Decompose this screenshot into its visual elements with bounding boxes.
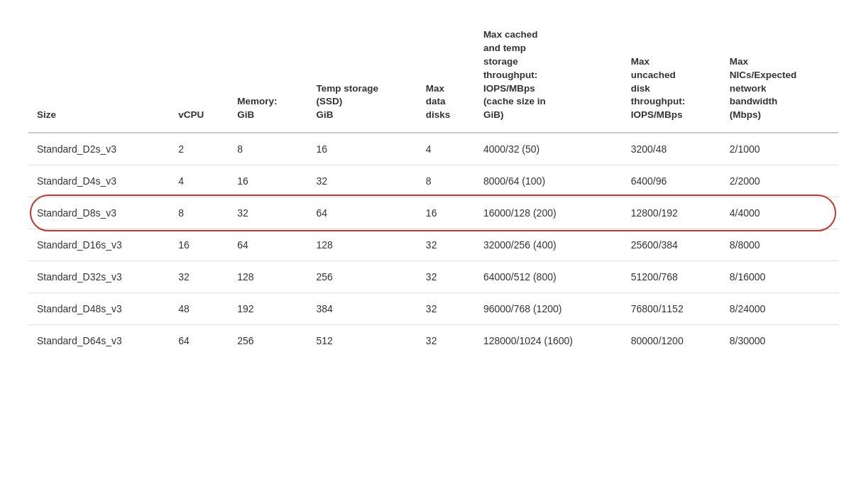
cell-vcpu: 48	[170, 293, 229, 325]
cell-vcpu: 4	[170, 165, 229, 197]
cell-memory: 64	[229, 229, 307, 261]
cell-max_uncached: 3200/48	[623, 133, 721, 165]
cell-temp_storage: 512	[307, 325, 417, 357]
cell-temp_storage: 32	[307, 165, 417, 197]
cell-temp_storage: 384	[307, 293, 417, 325]
cell-temp_storage: 64	[307, 197, 417, 229]
cell-max_data_disks: 32	[417, 293, 475, 325]
cell-size: Standard_D48s_v3	[28, 293, 170, 325]
cell-vcpu: 64	[170, 325, 229, 357]
cell-max_cached: 128000/1024 (1600)	[475, 325, 623, 357]
col-header-max-uncached: Maxuncacheddiskthroughput:IOPS/MBps	[623, 21, 721, 133]
col-header-max-nics: MaxNICs/Expectednetworkbandwidth(Mbps)	[721, 21, 838, 133]
cell-size: Standard_D8s_v3	[28, 197, 170, 229]
table-header-row: Size vCPU Memory:GiB Temp storage(SSD)Gi…	[28, 21, 838, 133]
cell-memory: 256	[229, 325, 307, 357]
table-row: Standard_D64s_v36425651232128000/1024 (1…	[28, 325, 838, 357]
cell-max_nics: 8/24000	[721, 293, 838, 325]
table-row: Standard_D32s_v3321282563264000/512 (800…	[28, 261, 838, 293]
cell-max_nics: 4/4000	[721, 197, 838, 229]
cell-memory: 128	[229, 261, 307, 293]
col-header-memory: Memory:GiB	[229, 21, 307, 133]
cell-vcpu: 32	[170, 261, 229, 293]
table-row: Standard_D8s_v3832641616000/128 (200)128…	[28, 197, 838, 229]
cell-size: Standard_D2s_v3	[28, 133, 170, 165]
cell-memory: 192	[229, 293, 307, 325]
col-header-max-cached: Max cachedand tempstoragethroughput:IOPS…	[475, 21, 623, 133]
cell-max_uncached: 51200/768	[623, 261, 721, 293]
cell-max_nics: 8/16000	[721, 261, 838, 293]
cell-max_cached: 96000/768 (1200)	[475, 293, 623, 325]
cell-max_uncached: 76800/1152	[623, 293, 721, 325]
col-header-vcpu: vCPU	[170, 21, 229, 133]
cell-vcpu: 2	[170, 133, 229, 165]
table-row: Standard_D2s_v3281644000/32 (50)3200/482…	[28, 133, 838, 165]
cell-max_data_disks: 16	[417, 197, 475, 229]
col-header-max-data-disks: Maxdatadisks	[417, 21, 475, 133]
cell-size: Standard_D64s_v3	[28, 325, 170, 357]
cell-temp_storage: 256	[307, 261, 417, 293]
cell-vcpu: 16	[170, 229, 229, 261]
cell-size: Standard_D16s_v3	[28, 229, 170, 261]
cell-max_data_disks: 4	[417, 133, 475, 165]
col-header-temp-storage: Temp storage(SSD)GiB	[307, 21, 417, 133]
cell-max_data_disks: 8	[417, 165, 475, 197]
cell-vcpu: 8	[170, 197, 229, 229]
cell-max_nics: 8/8000	[721, 229, 838, 261]
cell-max_data_disks: 32	[417, 261, 475, 293]
col-header-size: Size	[28, 21, 170, 133]
cell-max_nics: 2/2000	[721, 165, 838, 197]
cell-temp_storage: 128	[307, 229, 417, 261]
cell-max_uncached: 80000/1200	[623, 325, 721, 357]
cell-memory: 32	[229, 197, 307, 229]
table-row: Standard_D4s_v34163288000/64 (100)6400/9…	[28, 165, 838, 197]
cell-memory: 8	[229, 133, 307, 165]
cell-size: Standard_D32s_v3	[28, 261, 170, 293]
cell-max_data_disks: 32	[417, 229, 475, 261]
cell-temp_storage: 16	[307, 133, 417, 165]
cell-size: Standard_D4s_v3	[28, 165, 170, 197]
table-row: Standard_D16s_v316641283232000/256 (400)…	[28, 229, 838, 261]
cell-max_cached: 4000/32 (50)	[475, 133, 623, 165]
cell-max_nics: 8/30000	[721, 325, 838, 357]
cell-max_cached: 16000/128 (200)	[475, 197, 623, 229]
cell-max_cached: 64000/512 (800)	[475, 261, 623, 293]
cell-max_nics: 2/1000	[721, 133, 838, 165]
table-row: Standard_D48s_v3481923843296000/768 (120…	[28, 293, 838, 325]
cell-max_uncached: 25600/384	[623, 229, 721, 261]
cell-max_cached: 8000/64 (100)	[475, 165, 623, 197]
cell-max_uncached: 12800/192	[623, 197, 721, 229]
cell-max_uncached: 6400/96	[623, 165, 721, 197]
cell-memory: 16	[229, 165, 307, 197]
cell-max_data_disks: 32	[417, 325, 475, 357]
cell-max_cached: 32000/256 (400)	[475, 229, 623, 261]
vm-sizes-table: Size vCPU Memory:GiB Temp storage(SSD)Gi…	[28, 21, 838, 356]
